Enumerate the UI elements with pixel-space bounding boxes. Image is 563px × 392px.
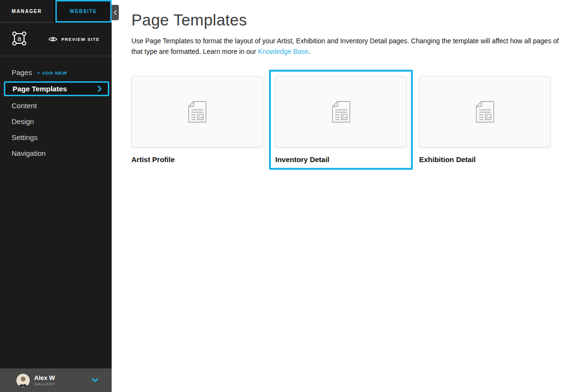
sidebar: MANAGER WEBSITE a [0, 0, 112, 392]
sidebar-item-page-templates[interactable]: Page Templates [4, 81, 109, 96]
user-menu[interactable]: Alex W GALLERY [0, 368, 112, 392]
user-role: GALLERY [34, 382, 55, 386]
template-label: Inventory Detail [275, 155, 407, 164]
template-thumbnail[interactable] [419, 76, 550, 147]
description-period: . [308, 48, 310, 55]
description-line1: Use Page Templates to format the layout … [131, 37, 559, 45]
chevron-left-icon [114, 10, 117, 15]
sidebar-collapse-button[interactable] [112, 5, 119, 20]
sidebar-item-settings[interactable]: Settings [0, 129, 112, 145]
sidebar-row-pages: Pages + ADD NEW [0, 64, 112, 80]
template-card-inventory-detail[interactable]: Inventory Detail [269, 70, 413, 170]
templates-row: Artist Profile [125, 70, 563, 170]
knowledge-base-link[interactable]: Knowledge Base [258, 48, 308, 55]
eye-icon [49, 37, 57, 42]
tab-manager[interactable]: MANAGER [0, 0, 54, 23]
page-description: Use Page Templates to format the layout … [131, 36, 563, 57]
top-tabs: MANAGER WEBSITE [0, 0, 112, 23]
add-new-page-button[interactable]: + ADD NEW [38, 69, 67, 76]
template-card-exhibition-detail[interactable]: Exhibition Detail [413, 70, 557, 170]
sidebar-item-pages[interactable]: Pages [12, 68, 32, 76]
template-thumbnail[interactable] [131, 76, 263, 147]
app-window: MANAGER WEBSITE a [0, 0, 563, 392]
sidebar-item-design[interactable]: Design [0, 114, 112, 129]
template-label: Exhibition Detail [419, 155, 550, 164]
document-icon [332, 99, 350, 125]
sidebar-item-content[interactable]: Content [0, 98, 112, 114]
preview-site-label: PREVIEW SITE [61, 37, 100, 42]
description-line2: that type are formatted. Learn more in o… [131, 48, 258, 55]
chevron-right-icon [98, 86, 102, 92]
sidebar-nav: Pages + ADD NEW Page Templates Content D… [0, 56, 112, 161]
user-name: Alex W [34, 374, 55, 381]
main-content: Page Templates Use Page Templates to for… [112, 0, 563, 392]
page-title: Page Templates [131, 11, 563, 29]
sidebar-header: a PREVIEW SITE [0, 23, 112, 56]
user-info: Alex W GALLERY [34, 374, 55, 386]
template-card-artist-profile[interactable]: Artist Profile [125, 70, 269, 170]
svg-text:a: a [17, 34, 22, 42]
avatar [16, 374, 30, 387]
template-thumbnail[interactable] [275, 76, 407, 147]
sidebar-item-navigation[interactable]: Navigation [0, 145, 112, 161]
chevron-down-icon[interactable] [92, 378, 98, 382]
document-icon [476, 99, 494, 125]
tab-website[interactable]: WEBSITE [55, 0, 112, 23]
template-label: Artist Profile [131, 155, 263, 164]
artcloud-logo-icon[interactable]: a [11, 30, 28, 49]
preview-site-button[interactable]: PREVIEW SITE [49, 37, 100, 42]
document-icon [188, 99, 206, 125]
sidebar-item-label: Page Templates [13, 85, 67, 93]
